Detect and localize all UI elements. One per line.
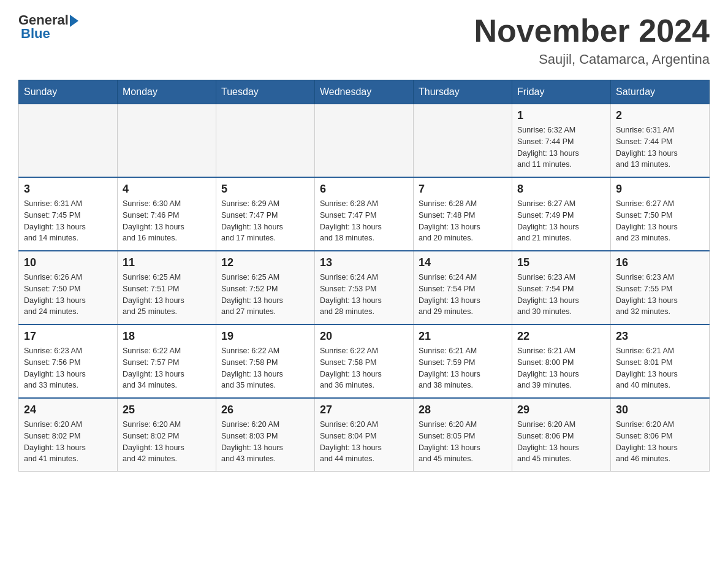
calendar-day-cell: 12Sunrise: 6:25 AM Sunset: 7:52 PM Dayli… (216, 251, 315, 324)
calendar-day-cell: 24Sunrise: 6:20 AM Sunset: 8:02 PM Dayli… (19, 398, 118, 472)
day-info: Sunrise: 6:22 AM Sunset: 7:57 PM Dayligh… (123, 345, 211, 391)
day-number: 23 (616, 330, 704, 343)
day-number: 21 (419, 330, 507, 343)
day-number: 14 (419, 256, 507, 269)
calendar-day-cell: 14Sunrise: 6:24 AM Sunset: 7:54 PM Dayli… (414, 251, 512, 324)
calendar-day-cell: 17Sunrise: 6:23 AM Sunset: 7:56 PM Dayli… (19, 324, 118, 398)
day-number: 19 (221, 330, 309, 343)
calendar-week-row: 17Sunrise: 6:23 AM Sunset: 7:56 PM Dayli… (19, 324, 710, 398)
calendar-day-cell: 5Sunrise: 6:29 AM Sunset: 7:47 PM Daylig… (216, 177, 315, 251)
day-info: Sunrise: 6:32 AM Sunset: 7:44 PM Dayligh… (517, 124, 605, 170)
day-number: 28 (419, 404, 507, 416)
day-info: Sunrise: 6:20 AM Sunset: 8:06 PM Dayligh… (616, 419, 704, 465)
day-number: 29 (517, 404, 605, 416)
calendar-day-cell: 29Sunrise: 6:20 AM Sunset: 8:06 PM Dayli… (512, 398, 611, 472)
day-info: Sunrise: 6:30 AM Sunset: 7:46 PM Dayligh… (123, 198, 211, 244)
day-number: 17 (24, 330, 112, 343)
calendar-day-cell: 20Sunrise: 6:22 AM Sunset: 7:58 PM Dayli… (315, 324, 414, 398)
weekday-header-row: SundayMondayTuesdayWednesdayThursdayFrid… (19, 80, 710, 104)
day-number: 3 (24, 183, 112, 196)
day-info: Sunrise: 6:20 AM Sunset: 8:06 PM Dayligh… (517, 419, 605, 465)
calendar-day-cell: 18Sunrise: 6:22 AM Sunset: 7:57 PM Dayli… (118, 324, 216, 398)
day-number: 20 (320, 330, 408, 343)
calendar-day-cell: 11Sunrise: 6:25 AM Sunset: 7:51 PM Dayli… (118, 251, 216, 324)
day-number: 10 (24, 256, 112, 269)
day-info: Sunrise: 6:27 AM Sunset: 7:49 PM Dayligh… (517, 198, 605, 244)
day-info: Sunrise: 6:28 AM Sunset: 7:48 PM Dayligh… (419, 198, 507, 244)
logo-blue-text: Blue (21, 26, 50, 42)
day-number: 22 (517, 330, 605, 343)
day-number: 13 (320, 256, 408, 269)
day-number: 30 (616, 404, 704, 416)
title-section: November 2024 Saujil, Catamarca, Argenti… (474, 12, 710, 67)
calendar-day-cell: 1Sunrise: 6:32 AM Sunset: 7:44 PM Daylig… (512, 104, 611, 178)
weekday-header: Friday (512, 80, 611, 104)
weekday-header: Wednesday (315, 80, 414, 104)
day-info: Sunrise: 6:22 AM Sunset: 7:58 PM Dayligh… (320, 345, 408, 391)
day-number: 27 (320, 404, 408, 416)
day-number: 24 (24, 404, 112, 416)
logo-arrow-icon (70, 15, 78, 27)
day-info: Sunrise: 6:21 AM Sunset: 8:01 PM Dayligh… (616, 345, 704, 391)
day-info: Sunrise: 6:27 AM Sunset: 7:50 PM Dayligh… (616, 198, 704, 244)
calendar-day-cell: 3Sunrise: 6:31 AM Sunset: 7:45 PM Daylig… (19, 177, 118, 251)
day-number: 15 (517, 256, 605, 269)
day-info: Sunrise: 6:23 AM Sunset: 7:56 PM Dayligh… (24, 345, 112, 391)
calendar-week-row: 3Sunrise: 6:31 AM Sunset: 7:45 PM Daylig… (19, 177, 710, 251)
calendar-week-row: 10Sunrise: 6:26 AM Sunset: 7:50 PM Dayli… (19, 251, 710, 324)
day-number: 6 (320, 183, 408, 196)
logo: General Blue (18, 12, 78, 42)
calendar-day-cell: 30Sunrise: 6:20 AM Sunset: 8:06 PM Dayli… (611, 398, 710, 472)
day-number: 26 (221, 404, 309, 416)
day-info: Sunrise: 6:20 AM Sunset: 8:05 PM Dayligh… (419, 419, 507, 465)
day-number: 12 (221, 256, 309, 269)
day-info: Sunrise: 6:22 AM Sunset: 7:58 PM Dayligh… (221, 345, 309, 391)
calendar-week-row: 24Sunrise: 6:20 AM Sunset: 8:02 PM Dayli… (19, 398, 710, 472)
calendar-day-cell: 6Sunrise: 6:28 AM Sunset: 7:47 PM Daylig… (315, 177, 414, 251)
day-info: Sunrise: 6:29 AM Sunset: 7:47 PM Dayligh… (221, 198, 309, 244)
calendar-day-cell: 28Sunrise: 6:20 AM Sunset: 8:05 PM Dayli… (414, 398, 512, 472)
day-number: 8 (517, 183, 605, 196)
day-info: Sunrise: 6:23 AM Sunset: 7:54 PM Dayligh… (517, 272, 605, 318)
weekday-header: Tuesday (216, 80, 315, 104)
day-info: Sunrise: 6:21 AM Sunset: 8:00 PM Dayligh… (517, 345, 605, 391)
day-info: Sunrise: 6:20 AM Sunset: 8:02 PM Dayligh… (123, 419, 211, 465)
day-number: 9 (616, 183, 704, 196)
calendar-day-cell (118, 104, 216, 178)
day-number: 1 (517, 109, 605, 122)
weekday-header: Saturday (611, 80, 710, 104)
calendar-day-cell: 23Sunrise: 6:21 AM Sunset: 8:01 PM Dayli… (611, 324, 710, 398)
day-info: Sunrise: 6:20 AM Sunset: 8:02 PM Dayligh… (24, 419, 112, 465)
day-number: 2 (616, 109, 704, 122)
calendar-day-cell: 15Sunrise: 6:23 AM Sunset: 7:54 PM Dayli… (512, 251, 611, 324)
calendar-title: November 2024 (474, 12, 710, 49)
day-info: Sunrise: 6:26 AM Sunset: 7:50 PM Dayligh… (24, 272, 112, 318)
day-info: Sunrise: 6:31 AM Sunset: 7:45 PM Dayligh… (24, 198, 112, 244)
day-info: Sunrise: 6:21 AM Sunset: 7:59 PM Dayligh… (419, 345, 507, 391)
calendar-day-cell (414, 104, 512, 178)
day-info: Sunrise: 6:24 AM Sunset: 7:53 PM Dayligh… (320, 272, 408, 318)
day-number: 16 (616, 256, 704, 269)
calendar-day-cell (19, 104, 118, 178)
day-number: 25 (123, 404, 211, 416)
calendar-day-cell (216, 104, 315, 178)
calendar-day-cell: 22Sunrise: 6:21 AM Sunset: 8:00 PM Dayli… (512, 324, 611, 398)
calendar-table: SundayMondayTuesdayWednesdayThursdayFrid… (18, 80, 710, 472)
day-number: 5 (221, 183, 309, 196)
calendar-day-cell: 27Sunrise: 6:20 AM Sunset: 8:04 PM Dayli… (315, 398, 414, 472)
day-info: Sunrise: 6:24 AM Sunset: 7:54 PM Dayligh… (419, 272, 507, 318)
calendar-day-cell: 4Sunrise: 6:30 AM Sunset: 7:46 PM Daylig… (118, 177, 216, 251)
calendar-day-cell: 25Sunrise: 6:20 AM Sunset: 8:02 PM Dayli… (118, 398, 216, 472)
calendar-day-cell: 16Sunrise: 6:23 AM Sunset: 7:55 PM Dayli… (611, 251, 710, 324)
weekday-header: Thursday (414, 80, 512, 104)
calendar-day-cell: 26Sunrise: 6:20 AM Sunset: 8:03 PM Dayli… (216, 398, 315, 472)
calendar-day-cell: 8Sunrise: 6:27 AM Sunset: 7:49 PM Daylig… (512, 177, 611, 251)
day-info: Sunrise: 6:20 AM Sunset: 8:03 PM Dayligh… (221, 419, 309, 465)
day-info: Sunrise: 6:28 AM Sunset: 7:47 PM Dayligh… (320, 198, 408, 244)
page-header: General Blue November 2024 Saujil, Catam… (18, 12, 710, 67)
calendar-day-cell: 19Sunrise: 6:22 AM Sunset: 7:58 PM Dayli… (216, 324, 315, 398)
day-number: 11 (123, 256, 211, 269)
day-number: 7 (419, 183, 507, 196)
calendar-day-cell: 9Sunrise: 6:27 AM Sunset: 7:50 PM Daylig… (611, 177, 710, 251)
calendar-day-cell: 7Sunrise: 6:28 AM Sunset: 7:48 PM Daylig… (414, 177, 512, 251)
